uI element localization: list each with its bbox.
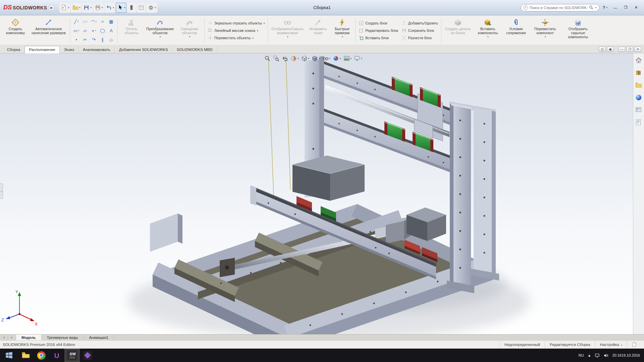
sketch-line-icon[interactable]: ╱▾ bbox=[72, 17, 80, 26]
feature-tree-collapse-handle[interactable]: ◂ bbox=[0, 183, 3, 199]
move-component-button[interactable]: Переместить компонент ▾ bbox=[529, 16, 561, 45]
tab-evaluate[interactable]: Анализировать bbox=[78, 46, 114, 53]
linear-sketch-pattern-button[interactable]: Линейный массив эскиза▾ bbox=[207, 27, 266, 34]
menu-expand-icon[interactable]: ▶ bbox=[49, 5, 54, 10]
rebuild-button[interactable] bbox=[127, 3, 136, 13]
graphics-area[interactable]: Y Z X ▾ ▾ ▾ bbox=[0, 53, 644, 334]
tab-layout[interactable]: Расположение bbox=[24, 46, 59, 53]
volume-icon[interactable] bbox=[603, 353, 608, 358]
tab-mbd[interactable]: SOLIDWORKS MBD bbox=[172, 46, 217, 53]
new-document-button[interactable]: ▾ bbox=[59, 3, 70, 13]
sketch-arc-icon[interactable]: ◠▾ bbox=[90, 17, 98, 26]
offset-entities-button[interactable]: Смещение объектов ▾ bbox=[176, 16, 203, 45]
violet-app-icon[interactable] bbox=[80, 349, 95, 362]
save-block-button[interactable]: Сохранить блок bbox=[400, 27, 439, 34]
file-explorer-icon[interactable] bbox=[635, 81, 642, 90]
design-library-icon[interactable] bbox=[635, 69, 642, 77]
show-hidden-components-button[interactable]: Отобразить скрытые компоненты bbox=[561, 16, 595, 45]
repair-sketch-button[interactable]: Исправить эскиз bbox=[306, 16, 330, 45]
move-entities-button[interactable]: Переместить объекты▾ bbox=[207, 35, 266, 41]
tab-animation[interactable]: Анимация1 bbox=[84, 335, 114, 340]
sketch-convert-icon[interactable]: ↷ bbox=[90, 35, 98, 44]
undo-button[interactable]: ▾ bbox=[104, 3, 115, 13]
help-button[interactable]: ?▾ bbox=[603, 5, 607, 10]
minimize-button[interactable]: — bbox=[611, 4, 620, 11]
chrome-taskbar-icon[interactable] bbox=[34, 349, 49, 362]
resources-home-icon[interactable] bbox=[635, 57, 642, 65]
model-3d-view[interactable]: Y Z X bbox=[0, 53, 644, 334]
insert-components-button[interactable]: Вставить компоненты ▾ bbox=[473, 16, 502, 45]
edit-block-button[interactable]: Редактировать блок bbox=[358, 27, 399, 34]
restore-document-button[interactable]: ❐ bbox=[626, 47, 633, 52]
purple-u-app-icon[interactable]: U bbox=[49, 349, 64, 362]
chevron-down-icon[interactable]: ▾ bbox=[595, 6, 597, 9]
close-document-button[interactable]: ✕ bbox=[634, 47, 641, 52]
maximize-button[interactable]: ❐ bbox=[621, 4, 630, 11]
previous-view-icon[interactable] bbox=[281, 55, 289, 62]
design-table-button[interactable] bbox=[137, 3, 146, 13]
minimize-document-button[interactable]: — bbox=[618, 47, 625, 52]
print-button[interactable]: ▾ bbox=[93, 3, 104, 13]
custom-properties-icon[interactable] bbox=[635, 119, 642, 127]
autodimension-button[interactable]: Автоматическое нанесение размеров bbox=[29, 16, 68, 45]
mirror-entities-button[interactable]: Зеркально отразить объекты▾ bbox=[207, 20, 266, 26]
sketch-point-icon[interactable]: • bbox=[72, 35, 80, 44]
tile-window-button[interactable]: ◫ bbox=[599, 47, 606, 52]
tab-assembly[interactable]: Сборка bbox=[3, 46, 24, 53]
cascade-window-button[interactable]: ▣ bbox=[607, 47, 614, 52]
hide-show-items-icon[interactable]: ▾ bbox=[322, 55, 331, 62]
language-indicator[interactable]: RU bbox=[579, 353, 584, 357]
sketch-lines[interactable] bbox=[268, 56, 290, 197]
part-from-block-button[interactable]: Создать деталь из блока bbox=[443, 16, 473, 45]
save-button[interactable]: ▾ bbox=[82, 3, 93, 13]
close-button[interactable]: ✕ bbox=[632, 4, 641, 11]
appearances-scenes-icon[interactable] bbox=[635, 94, 642, 102]
make-block-button[interactable]: A Создать блок bbox=[358, 20, 399, 26]
display-tray-icon[interactable] bbox=[595, 353, 600, 358]
sketch-ellipse-icon[interactable]: ◯ bbox=[98, 26, 107, 35]
view-settings-icon[interactable]: ▾ bbox=[353, 55, 363, 62]
sketch-text-icon[interactable]: A bbox=[107, 26, 115, 35]
windows-start-button[interactable] bbox=[0, 349, 18, 362]
display-relations-button[interactable]: Отобразить/Скрыть взаимосвязи ▾ bbox=[269, 16, 306, 45]
sketch-offset-icon[interactable]: ∥ bbox=[98, 35, 107, 44]
zoom-fit-icon[interactable] bbox=[264, 55, 271, 62]
trim-entities-button[interactable]: Отсечь объекты bbox=[119, 16, 144, 45]
sketch-pattern-grid-icon[interactable]: ▦ bbox=[107, 17, 115, 26]
tab-model[interactable]: Модель bbox=[16, 335, 42, 340]
quick-snaps-button[interactable]: Быстрые привязки ▾ bbox=[330, 16, 354, 45]
tab-sketch[interactable]: Эскиз bbox=[60, 46, 79, 53]
section-view-icon[interactable]: ▾ bbox=[290, 55, 300, 62]
apply-scene-icon[interactable]: ▾ bbox=[343, 55, 353, 62]
zoom-area-icon[interactable] bbox=[272, 55, 280, 62]
sketch-spline-icon[interactable]: ≈ bbox=[98, 17, 107, 26]
tab-scroll-left-icon[interactable]: ◄ bbox=[0, 335, 8, 340]
customize-menu[interactable]: Настройка▴ bbox=[595, 341, 627, 349]
convert-entities-button[interactable]: Преобразование объектов ▾ bbox=[144, 16, 176, 45]
tab-3d-views[interactable]: Трехмерные виды bbox=[42, 335, 84, 340]
sketch-slot-icon[interactable]: ◖▾ bbox=[90, 26, 98, 35]
sketch-parallelogram-icon[interactable]: ▱ bbox=[81, 26, 89, 35]
clock[interactable]: 20:16 19.10.2016 bbox=[612, 353, 640, 358]
show-hidden-icons-icon[interactable]: ▲ bbox=[588, 353, 591, 357]
sketch-circle-icon[interactable]: ○▾ bbox=[81, 17, 89, 26]
edit-appearance-icon[interactable]: ▾ bbox=[332, 55, 342, 62]
open-button[interactable]: ▾ bbox=[71, 3, 82, 13]
mates-button[interactable]: Условия сопряжения bbox=[502, 16, 529, 45]
search-icon[interactable] bbox=[589, 5, 593, 10]
help-search-box[interactable]: ? ▾ bbox=[521, 4, 599, 11]
view-orientation-icon[interactable]: ▾ bbox=[301, 55, 310, 62]
add-remove-button[interactable]: Добавить/Удалить bbox=[400, 20, 439, 26]
file-explorer-taskbar-icon[interactable] bbox=[18, 349, 34, 362]
explode-block-button[interactable]: Разнести блок bbox=[400, 35, 439, 41]
sketch-polygon-icon[interactable]: ◇ bbox=[107, 35, 115, 44]
tab-scroll-right-icon[interactable]: ► bbox=[8, 335, 16, 340]
search-input[interactable] bbox=[530, 6, 587, 10]
tab-addins[interactable]: Добавления SOLIDWORKS bbox=[115, 46, 172, 53]
view-palette-icon[interactable] bbox=[635, 106, 642, 115]
sketch-rectangle-icon[interactable]: ▭▾ bbox=[72, 26, 80, 35]
options-button[interactable]: ▾ bbox=[146, 3, 157, 13]
solidworks-taskbar-icon[interactable]: ›SW2016 bbox=[64, 349, 80, 362]
create-layout-button[interactable]: Создать компоновку bbox=[2, 16, 29, 45]
sketch-trim-icon[interactable]: ✂ bbox=[81, 35, 89, 44]
